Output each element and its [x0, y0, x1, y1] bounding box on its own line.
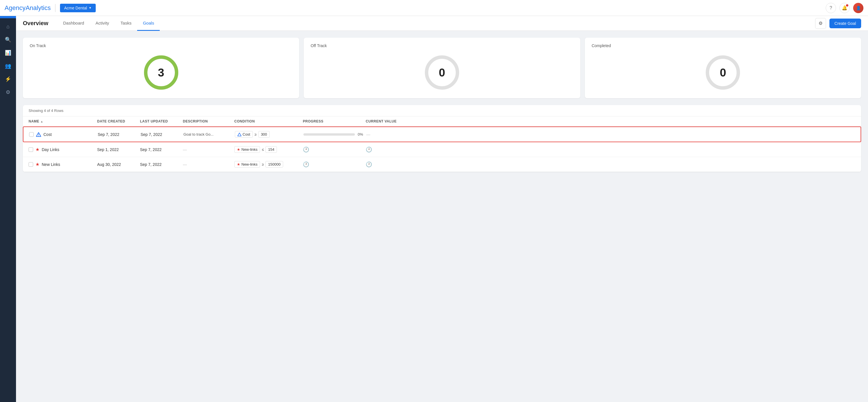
logo-analytics: Analytics: [25, 4, 51, 11]
col-header-last-updated: LAST UPDATED: [140, 119, 183, 123]
condition-metric-text: Cost: [243, 132, 250, 136]
top-nav: AgencyAnalytics Acme Dental ▼ ? 🔔 👤: [0, 0, 868, 16]
condition-badge: Cost: [235, 131, 253, 138]
condition-badge: ★ New-links: [234, 161, 260, 168]
client-name: Acme Dental: [64, 6, 87, 10]
settings-icon: ⚙: [6, 89, 10, 95]
row-condition: ★ New-links ≤ 154: [234, 146, 303, 153]
col-header-name: NAME ▲: [29, 119, 97, 123]
row-condition: ★ New-links ≥ 150000: [234, 161, 303, 168]
table-column-headers: NAME ▲ DATE CREATED LAST UPDATED DESCRIP…: [23, 116, 861, 127]
on-track-label: On Track: [30, 43, 292, 48]
table-showing-text: Showing 4 of 4 Rows: [23, 105, 861, 116]
sidebar-item-search[interactable]: 🔍: [2, 34, 14, 46]
tab-goals[interactable]: Goals: [137, 16, 160, 31]
clock-icon: 🕐: [303, 161, 309, 168]
condition-op: ≤: [262, 147, 264, 152]
tab-dashboard[interactable]: Dashboard: [57, 16, 90, 31]
condition-value: 154: [266, 146, 277, 153]
row-name-text: Day Links: [42, 147, 59, 152]
sidebar-item-settings[interactable]: ⚙: [2, 86, 14, 98]
col-header-progress: PROGRESS: [303, 119, 366, 123]
progress-label: 0%: [358, 132, 366, 136]
off-track-card: Off Track 0: [304, 38, 580, 98]
condition-op: ≥: [262, 162, 264, 166]
integrations-icon: ⚡: [5, 76, 11, 82]
condition-value: 150000: [266, 161, 283, 168]
row-checkbox[interactable]: [29, 132, 34, 137]
notifications-button[interactable]: 🔔: [839, 3, 850, 13]
sidebar-item-home[interactable]: ⌂: [2, 21, 14, 33]
sliders-icon: ⚙: [818, 21, 823, 26]
summary-cards: On Track 3 Off Track: [23, 38, 861, 98]
logo-text: AgencyAnalytics: [5, 4, 51, 12]
row-name-text: New Links: [42, 162, 60, 167]
condition-star-icon: ★: [237, 162, 240, 166]
condition-metric-text: New-links: [241, 147, 257, 152]
notification-badge: [846, 4, 848, 7]
on-track-donut: 3: [30, 53, 292, 93]
col-header-description: DESCRIPTION: [183, 119, 234, 123]
completed-value: 0: [720, 66, 726, 79]
table-row: ★ New Links Aug 30, 2022 Sep 7, 2022 — ★…: [23, 157, 861, 172]
condition-metric-icon: [238, 132, 241, 136]
condition-op: ≥: [255, 132, 256, 136]
secondary-nav-actions: ⚙ Create Goal: [815, 18, 861, 29]
content-area: On Track 3 Off Track: [16, 31, 868, 402]
sort-arrow-icon: ▲: [40, 120, 43, 123]
condition-badge: ★ New-links: [234, 146, 260, 153]
row-progress: 0%: [303, 132, 366, 136]
progress-bar: [303, 133, 355, 136]
on-track-card: On Track 3: [23, 38, 299, 98]
help-button[interactable]: ?: [826, 3, 836, 13]
row-current-value: —: [366, 132, 406, 137]
tab-list: Dashboard Activity Tasks Goals: [57, 16, 815, 31]
svg-point-10: [38, 136, 39, 136]
filter-button[interactable]: ⚙: [815, 18, 826, 29]
page-title: Overview: [23, 20, 48, 27]
create-goal-button[interactable]: Create Goal: [830, 19, 861, 28]
tab-activity[interactable]: Activity: [90, 16, 115, 31]
avatar-image: 👤: [853, 3, 863, 13]
sidebar-item-clients[interactable]: 👥: [2, 60, 14, 72]
chevron-down-icon: ▼: [89, 6, 92, 9]
off-track-donut: 0: [311, 53, 573, 93]
star-icon: ★: [35, 162, 39, 167]
sidebar-nav: ⌂ 🔍 📊 👥 ⚡ ⚙: [0, 21, 16, 98]
row-date-created: Aug 30, 2022: [97, 162, 140, 167]
off-track-label: Off Track: [311, 43, 573, 48]
sidebar-item-integrations[interactable]: ⚡: [2, 73, 14, 85]
showing-count: Showing 4 of 4 Rows: [29, 108, 63, 113]
client-selector-button[interactable]: Acme Dental ▼: [60, 4, 95, 12]
row-last-updated: Sep 7, 2022: [141, 132, 183, 137]
row-checkbox[interactable]: [29, 147, 33, 152]
home-icon: ⌂: [7, 24, 10, 30]
condition-value: 300: [258, 131, 270, 138]
user-avatar[interactable]: 👤: [853, 3, 863, 13]
row-progress: 🕐: [303, 161, 366, 168]
col-header-date-created: DATE CREATED: [97, 119, 140, 123]
table-row: ★ Day Links Sep 1, 2022 Sep 7, 2022 — ★ …: [23, 142, 861, 157]
clock-icon-2: 🕐: [366, 162, 372, 167]
col-header-current-value: CURRENT VALUE: [366, 119, 406, 123]
condition-metric-text: New-links: [241, 162, 257, 166]
completed-label: Completed: [592, 43, 854, 48]
row-current-value: 🕐: [366, 146, 406, 153]
clients-icon: 👥: [5, 63, 11, 69]
condition-star-icon: ★: [237, 147, 240, 152]
tab-tasks[interactable]: Tasks: [115, 16, 137, 31]
secondary-nav: Overview Dashboard Activity Tasks Goals …: [16, 16, 868, 31]
google-ads-icon: [36, 132, 41, 137]
col-header-condition: CONDITION: [234, 119, 303, 123]
row-description: —: [183, 147, 234, 152]
logo-agency: Agency: [5, 4, 25, 11]
row-checkbox[interactable]: [29, 162, 33, 167]
row-progress: 🕐: [303, 146, 366, 153]
sidebar-item-reports[interactable]: 📊: [2, 47, 14, 59]
search-icon: 🔍: [5, 37, 11, 43]
reports-icon: 📊: [5, 50, 11, 56]
row-condition: Cost ≥ 300: [235, 131, 303, 138]
svg-marker-11: [238, 133, 241, 136]
completed-card: Completed 0: [585, 38, 861, 98]
table-row: Cost Sep 7, 2022 Sep 7, 2022 Goal to tra…: [23, 127, 861, 142]
